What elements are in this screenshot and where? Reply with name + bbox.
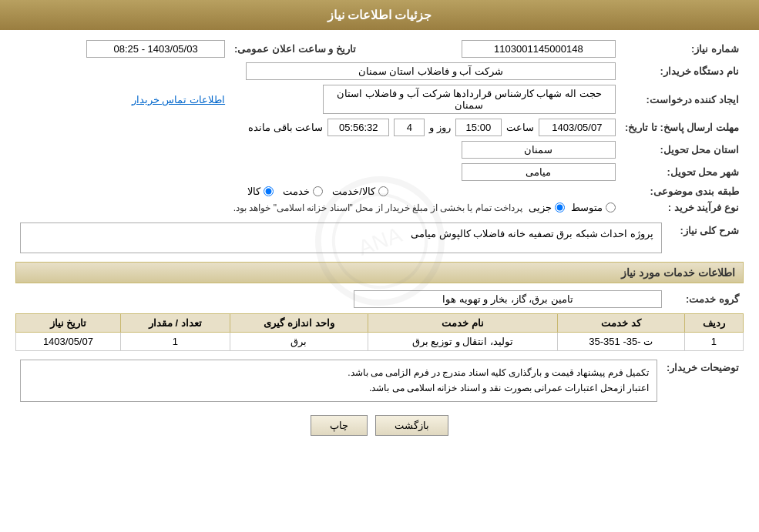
radio-motavasset-label: متوسط: [571, 202, 603, 213]
radio-kala[interactable]: کالا: [247, 186, 274, 197]
radio-kala-label: کالا: [247, 186, 260, 197]
cell-quantity: 1: [120, 333, 230, 351]
cell-row: 1: [684, 333, 743, 351]
service-group-label: گروه خدمت:: [667, 288, 744, 310]
buyer-org-box: شرکت آب و فاضلاب استان سمنان: [246, 62, 616, 80]
province-box: سمنان: [462, 141, 616, 159]
need-desc-label: شرح کلی نیاز:: [667, 220, 744, 256]
city-label: شهر محل تحویل:: [620, 161, 744, 183]
notes-line1: تکمیل فرم پیشنهاد قیمت و بارگذاری کلیه ا…: [29, 365, 649, 380]
deadline-remaining-label: ساعت باقی مانده: [248, 122, 323, 133]
deadline-row: 1403/05/07 ساعت 15:00 روز و 4 05:56:32 س…: [20, 119, 616, 136]
deadline-time-label: ساعت: [506, 122, 534, 133]
announce-datetime-value: 1403/05/03 - 08:25: [15, 38, 230, 60]
button-row: بازگشت چاپ: [15, 415, 744, 436]
contact-link-cell[interactable]: اطلاعات تماس خریدار: [15, 82, 230, 116]
announce-datetime-label: تاریخ و ساعت اعلان عمومی:: [230, 38, 361, 60]
svg-text:ANA: ANA: [354, 222, 405, 259]
radio-motavasset[interactable]: متوسط: [571, 202, 616, 213]
need-number-box: 1103001145000148: [462, 40, 616, 58]
table-row: 1ت -35- 351-35تولید، انتقال و توزیع برقب…: [16, 333, 744, 351]
col-header-qty: تعداد / مقدار: [120, 314, 230, 333]
notes-table: توضیحات خریدار: تکمیل فرم پیشنهاد قیمت و…: [15, 357, 744, 404]
header-title: جزئیات اطلاعات نیاز: [327, 8, 432, 22]
radio-jozi-label: جزیی: [529, 202, 552, 213]
radio-jozi-input[interactable]: [555, 202, 565, 212]
creator-box: حجت اله شهاب کارشناس قراردادها شرکت آب و…: [323, 85, 616, 114]
city-box: میامی: [462, 163, 616, 181]
radio-jozi[interactable]: جزیی: [529, 202, 565, 213]
buyer-org-label: نام دستگاه خریدار:: [620, 60, 744, 82]
print-button[interactable]: چاپ: [311, 415, 368, 436]
deadline-date-box: 1403/05/07: [539, 119, 616, 136]
need-number-label: شماره نیاز:: [620, 38, 744, 60]
cell-date: 1403/05/07: [16, 333, 121, 351]
col-header-date: تاریخ نیاز: [16, 314, 121, 333]
content-area: ANA شماره نیاز: 1103001145000148 تاریخ و…: [0, 30, 759, 451]
page-wrapper: جزئیات اطلاعات نیاز ANA شماره نیاز: 1103…: [0, 0, 759, 532]
cell-name: تولید، انتقال و توزیع برق: [368, 333, 557, 351]
notes-line2: اعتبار ازمحل اعتبارات عمرانی بصورت نقد و…: [29, 380, 649, 396]
purchase-type-label: نوع فرآیند خرید :: [620, 199, 744, 216]
contact-link[interactable]: اطلاعات تماس خریدار: [132, 94, 225, 105]
cell-code: ت -35- 351-35: [557, 333, 684, 351]
radio-kala-input[interactable]: [264, 186, 274, 196]
deadline-days-label: روز و: [429, 122, 451, 133]
deadline-time-box: 15:00: [455, 119, 502, 136]
page-header: جزئیات اطلاعات نیاز: [0, 0, 759, 30]
notes-box: تکمیل فرم پیشنهاد قیمت و بارگذاری کلیه ا…: [20, 360, 657, 402]
buyer-org-value: شرکت آب و فاضلاب استان سمنان: [15, 60, 620, 82]
cell-unit: برق: [230, 333, 368, 351]
back-button[interactable]: بازگشت: [375, 415, 448, 436]
radio-motavasset-input[interactable]: [606, 202, 616, 212]
announce-datetime-box: 1403/05/03 - 08:25: [86, 40, 225, 58]
need-number-value: 1103001145000148: [384, 38, 620, 60]
category-label: طبقه بندی موضوعی:: [620, 183, 744, 199]
creator-value: حجت اله شهاب کارشناس قراردادها شرکت آب و…: [230, 82, 620, 116]
col-header-row: ردیف: [684, 314, 743, 333]
creator-label: ایجاد کننده درخواست:: [620, 82, 744, 116]
col-header-code: کد خدمت: [557, 314, 684, 333]
deadline-label: مهلت ارسال پاسخ: تا تاریخ:: [620, 116, 744, 139]
deadline-days-box: 4: [394, 119, 425, 136]
notes-label: توضیحات خریدار:: [662, 357, 744, 404]
deadline-remaining-box: 05:56:32: [327, 119, 389, 136]
province-label: استان محل تحویل:: [620, 139, 744, 161]
